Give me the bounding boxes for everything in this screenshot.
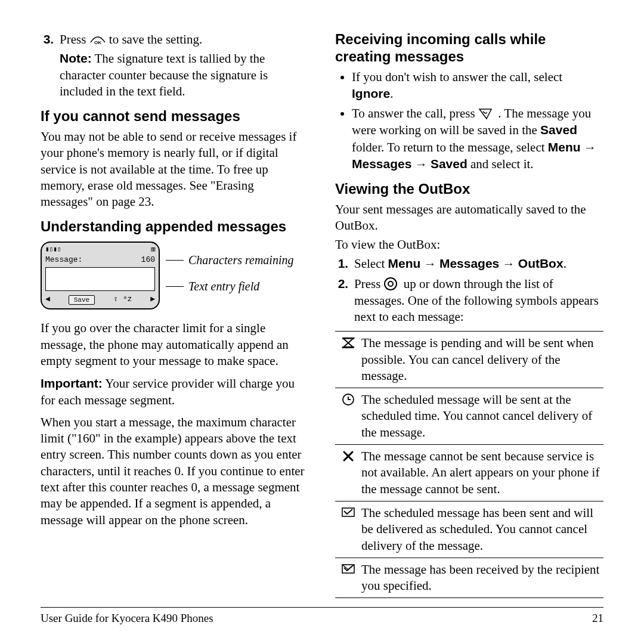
heading-cannot-send: If you cannot send messages <box>41 108 309 125</box>
para-start-message: When you start a message, the maximum ch… <box>41 414 309 528</box>
outbox-icon-table: The message is pending and will be sent … <box>335 331 603 598</box>
para-important: Important: Your service provider will ch… <box>41 375 309 408</box>
outbox-step-2: Press up or down through the list of mes… <box>352 275 603 325</box>
footer-title: User Guide for Kyocera K490 Phones <box>41 611 213 626</box>
annot-chars-remaining: Characters remaining <box>188 252 293 268</box>
bullet-ignore: If you don't wish to answer the call, se… <box>352 69 603 103</box>
ignore-label: Ignore <box>352 86 390 100</box>
svg-rect-4 <box>342 346 354 348</box>
step-3: Press OK to save the setting. Note: The … <box>57 31 309 100</box>
phone-illustration: ▮▯▮▯ ▥ Message: 160 ◀ Save ⇧ ᵃz ▶ <box>41 242 309 309</box>
outbox-step-1: Select Menu → Messages → OutBox. <box>352 255 603 272</box>
para-over-limit: If you go over the character limit for a… <box>41 320 309 369</box>
table-row: The message has been received by the rec… <box>335 558 603 599</box>
phone-screen: ▮▯▮▯ ▥ Message: 160 ◀ Save ⇧ ᵃz ▶ <box>41 242 160 309</box>
para-cannot-send: You may not be able to send or receive m… <box>41 129 309 210</box>
envelope-received-icon <box>335 562 361 595</box>
svg-rect-3 <box>342 338 354 339</box>
note-label: Note: <box>60 51 92 65</box>
left-column: Press OK to save the setting. Note: The … <box>41 31 309 599</box>
step-list: Press OK to save the setting. Note: The … <box>41 31 309 100</box>
softkey-save: Save <box>69 295 95 305</box>
footer-page: 21 <box>592 611 603 626</box>
table-row: The message cannot be sent because servi… <box>335 445 603 501</box>
row-text: The message cannot be sent because servi… <box>361 448 603 497</box>
heading-receiving: Receiving incoming calls while creating … <box>335 31 603 66</box>
heading-outbox: Viewing the OutBox <box>335 181 603 198</box>
call-key-icon <box>478 108 495 120</box>
softkey-mode-icon: ⇧ ᵃz <box>113 295 132 305</box>
svg-text:OK: OK <box>94 40 101 45</box>
phone-char-count: 160 <box>141 255 155 265</box>
important-label: Important: <box>41 376 103 390</box>
step3-text-b: to save the setting. <box>109 32 202 47</box>
signal-icon: ▮▯▮▯ <box>45 245 61 253</box>
para-outbox-1: Your sent messages are automatically sav… <box>335 202 603 234</box>
phone-message-label: Message: <box>45 255 82 265</box>
table-row: The message is pending and will be sent … <box>335 332 603 388</box>
row-text: The scheduled message will be sent at th… <box>361 392 603 441</box>
svg-point-2 <box>388 281 393 286</box>
para-outbox-2: To view the OutBox: <box>335 237 603 253</box>
right-column: Receiving incoming calls while creating … <box>335 31 603 599</box>
row-text: The message has been received by the rec… <box>361 562 603 595</box>
row-text: The scheduled message has been sent and … <box>361 505 603 554</box>
phone-annotations: Characters remaining Text entry field <box>166 242 293 294</box>
bullet-answer: To answer the call, press . The message … <box>352 106 603 172</box>
table-row: The scheduled message has been sent and … <box>335 501 603 558</box>
svg-point-1 <box>385 278 397 290</box>
x-icon <box>335 448 361 497</box>
step3-text-a: Press <box>60 32 89 47</box>
outbox-steps: Select Menu → Messages → OutBox. Press u… <box>335 255 603 325</box>
heading-understanding: Understanding appended messages <box>41 218 309 236</box>
table-row: The scheduled message will be sent at th… <box>335 388 603 445</box>
row-text: The message is pending and will be sent … <box>361 335 603 384</box>
nav-key-icon <box>384 277 401 289</box>
softkey-right-icon: ▶ <box>150 295 155 305</box>
softkey-left-icon: ◀ <box>45 295 50 305</box>
step3-note: Note: The signature text is tallied by t… <box>60 50 309 100</box>
battery-icon: ▥ <box>151 245 155 253</box>
ok-key-icon: OK <box>89 34 106 46</box>
phone-text-field <box>45 267 155 291</box>
clock-icon <box>335 392 361 441</box>
pending-icon <box>335 335 361 384</box>
annot-text-field: Text entry field <box>188 278 259 294</box>
envelope-check-icon <box>335 505 361 554</box>
receiving-bullets: If you don't wish to answer the call, se… <box>335 69 603 173</box>
page-footer: User Guide for Kyocera K490 Phones 21 <box>41 607 603 626</box>
